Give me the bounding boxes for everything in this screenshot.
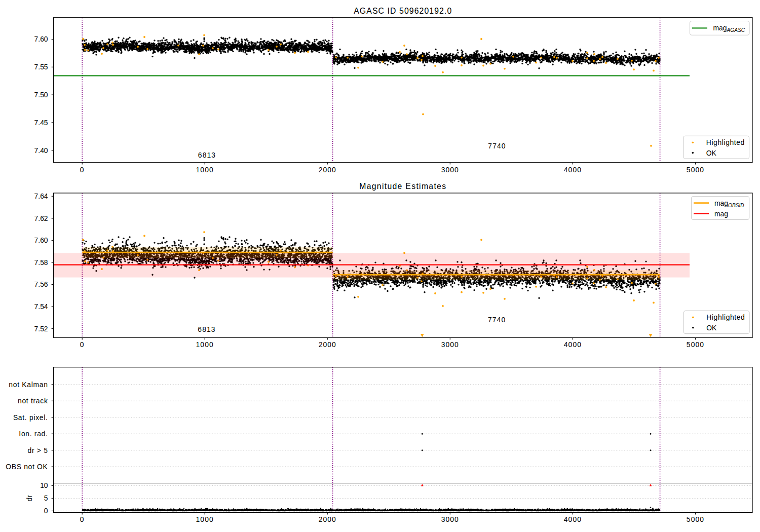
svg-text:0: 0 [44,507,48,515]
svg-text:4000: 4000 [564,166,582,174]
svg-text:10: 10 [40,481,48,489]
svg-text:1000: 1000 [196,515,214,523]
svg-text:7.55: 7.55 [34,63,48,71]
svg-text:not track: not track [18,397,48,405]
svg-text:dr > 5: dr > 5 [27,446,48,454]
svg-text:7.52: 7.52 [34,325,48,333]
svg-text:7.60: 7.60 [34,35,48,43]
svg-text:Ion. rad.: Ion. rad. [19,430,48,438]
svg-text:2000: 2000 [319,515,336,523]
svg-text:dr: dr [25,495,33,502]
svg-text:5: 5 [44,494,48,502]
svg-text:2000: 2000 [319,340,336,349]
svg-text:mag: mag [714,210,728,218]
svg-text:7.56: 7.56 [34,280,48,288]
svg-text:7740: 7740 [488,142,506,150]
svg-text:7.62: 7.62 [34,214,48,222]
svg-text:5000: 5000 [687,166,704,174]
svg-text:Highlighted: Highlighted [706,138,745,146]
svg-text:5000: 5000 [687,340,704,349]
svg-text:7.40: 7.40 [34,146,48,155]
svg-text:3000: 3000 [441,515,459,523]
svg-text:7740: 7740 [488,316,506,324]
svg-text:Magnitude Estimates: Magnitude Estimates [359,182,446,191]
svg-text:Highlighted: Highlighted [706,313,745,321]
svg-text:0: 0 [80,515,85,523]
svg-text:OK: OK [706,149,717,157]
svg-text:4000: 4000 [564,340,582,349]
svg-text:not Kalman: not Kalman [9,381,48,389]
svg-text:7.50: 7.50 [34,91,48,99]
svg-text:5000: 5000 [687,515,704,523]
svg-text:2000: 2000 [319,166,336,174]
svg-text:AGASC ID 509620192.0: AGASC ID 509620192.0 [354,7,452,15]
svg-text:6813: 6813 [198,325,215,333]
svg-text:0: 0 [80,340,85,349]
svg-text:7.54: 7.54 [34,302,48,311]
svg-text:OBS not OK: OBS not OK [6,463,48,471]
svg-text:Sat. pixel.: Sat. pixel. [13,413,48,422]
svg-text:OK: OK [706,324,717,332]
svg-text:3000: 3000 [441,340,459,349]
svg-text:6813: 6813 [198,151,216,159]
svg-text:7.64: 7.64 [34,192,48,200]
svg-text:1000: 1000 [196,166,214,174]
svg-text:7.58: 7.58 [34,258,48,267]
svg-text:mag: mag [713,24,727,32]
svg-text:7.60: 7.60 [34,236,48,244]
svg-text:4000: 4000 [564,515,582,523]
svg-text:7.45: 7.45 [34,119,48,127]
svg-text:OBSID: OBSID [728,203,744,208]
svg-text:AGASC: AGASC [727,27,745,33]
svg-text:1000: 1000 [196,340,214,349]
svg-text:0: 0 [80,166,85,174]
svg-text:mag: mag [714,199,728,207]
svg-text:3000: 3000 [441,166,459,174]
